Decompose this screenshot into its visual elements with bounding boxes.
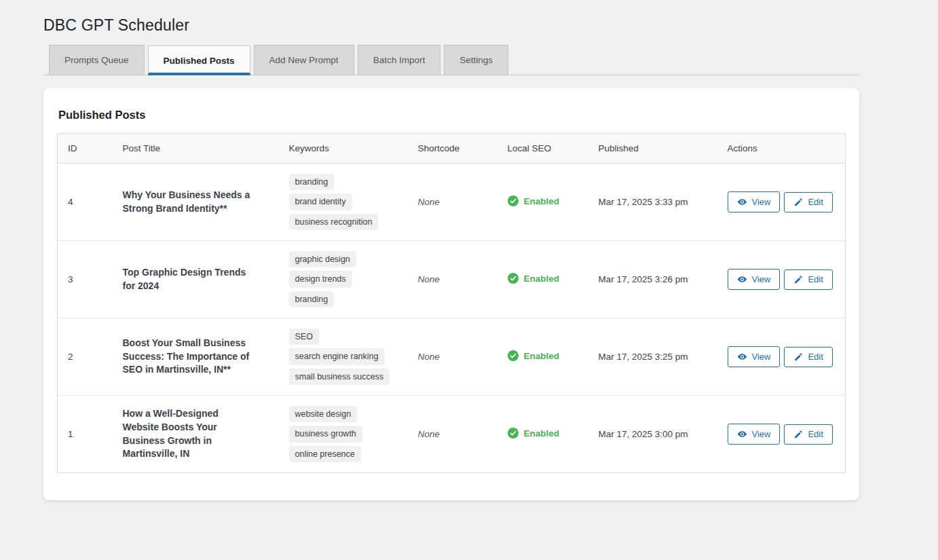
tab-settings[interactable]: Settings [444,45,508,75]
check-circle-icon [508,350,519,361]
table-row: 3 Top Graphic Design Trends for 2024 gra… [58,241,846,318]
table-header: ID Post Title Keywords Shortcode Local S… [58,134,846,164]
post-id: 4 [58,164,113,241]
published-posts-panel: Published Posts ID Post Title Keywords S… [43,88,859,500]
keyword-chip: design trends [289,271,352,288]
published-date: Mar 17, 2025 3:00 pm [599,429,688,439]
local-seo-status: Enabled [508,428,560,438]
pencil-icon [793,198,803,207]
keyword-chip: small business success [289,369,390,386]
eye-icon [737,197,747,207]
keyword-chip: website design [289,406,358,423]
tab-add-new-prompt[interactable]: Add New Prompt [254,45,354,75]
shortcode-value: None [418,429,440,439]
edit-button[interactable]: Edit [784,269,832,290]
keyword-chip: online presence [289,446,361,463]
eye-icon [737,352,747,362]
keyword-list: branding brand identity business recogni… [289,174,401,231]
keyword-list: SEO search engine ranking small business… [289,329,401,386]
edit-button[interactable]: Edit [784,192,832,212]
view-button[interactable]: View [728,269,781,290]
edit-button-label: Edit [808,275,823,284]
column-header-actions: Actions [717,134,846,164]
table-row: 1 How a Well-Designed Website Boosts You… [58,396,846,473]
local-seo-label: Enabled [524,351,560,361]
keyword-chip: search engine ranking [289,348,385,365]
keyword-chip: business growth [289,426,362,443]
column-header-local-seo: Local SEO [498,134,588,164]
panel-heading: Published Posts [58,109,846,122]
keyword-chip: SEO [289,329,319,346]
keyword-chip: brand identity [289,193,352,210]
published-date: Mar 17, 2025 3:33 pm [599,197,688,207]
row-actions: View Edit [728,269,839,290]
pencil-icon [793,352,803,362]
keyword-list: website design business growth online pr… [289,406,401,463]
check-circle-icon [508,195,519,206]
pencil-icon [793,275,803,284]
column-header-published: Published [588,134,717,164]
view-button[interactable]: View [728,424,781,445]
table-row: 2 Boost Your Small Business Success: The… [58,318,846,396]
edit-button-label: Edit [808,198,823,206]
published-date: Mar 17, 2025 3:26 pm [599,274,688,284]
tab-batch-import[interactable]: Batch Import [358,45,441,75]
edit-button[interactable]: Edit [784,347,832,367]
post-id: 3 [58,241,113,318]
shortcode-value: None [418,274,440,284]
local-seo-label: Enabled [524,274,560,284]
view-button[interactable]: View [728,346,781,367]
row-actions: View Edit [728,424,839,445]
row-actions: View Edit [728,191,839,212]
view-button[interactable]: View [728,191,781,212]
post-id: 2 [58,318,113,396]
keyword-chip: business recognition [289,214,379,231]
edit-button-label: Edit [808,430,823,438]
local-seo-status: Enabled [508,350,560,361]
shortcode-value: None [418,352,440,362]
local-seo-label: Enabled [524,428,560,438]
view-button-label: View [752,430,771,438]
local-seo-status: Enabled [508,195,560,206]
edit-button-label: Edit [808,352,823,361]
eye-icon [737,429,747,439]
tab-bar: Prompts Queue Published Posts Add New Pr… [43,45,859,75]
local-seo-status: Enabled [508,273,560,284]
published-posts-table: ID Post Title Keywords Shortcode Local S… [57,133,846,473]
post-title: Why Your Business Needs a Strong Brand I… [123,189,272,216]
post-title: How a Well-Designed Website Boosts Your … [123,407,272,462]
table-row: 4 Why Your Business Needs a Strong Brand… [58,164,846,241]
post-id: 1 [58,396,113,473]
column-header-post-title: Post Title [113,134,279,164]
post-title: Top Graphic Design Trends for 2024 [123,266,272,293]
pencil-icon [793,430,803,439]
page: DBC GPT Scheduler Prompts Queue Publishe… [0,16,938,560]
keyword-chip: graphic design [289,251,356,268]
view-button-label: View [752,198,771,206]
edit-button[interactable]: Edit [784,424,832,445]
view-button-label: View [752,275,771,284]
check-circle-icon [508,428,519,438]
tab-prompts-queue[interactable]: Prompts Queue [49,45,145,75]
post-title: Boost Your Small Business Success: The I… [123,337,272,377]
local-seo-label: Enabled [524,196,560,206]
check-circle-icon [508,273,519,284]
shortcode-value: None [418,197,440,207]
keyword-list: graphic design design trends branding [289,251,401,308]
view-button-label: View [752,352,771,361]
keyword-chip: branding [289,174,335,191]
tab-published-posts[interactable]: Published Posts [148,45,250,75]
row-actions: View Edit [728,346,839,367]
column-header-keywords: Keywords [279,134,408,164]
eye-icon [737,274,747,284]
published-date: Mar 17, 2025 3:25 pm [599,352,688,362]
column-header-id: ID [58,134,113,164]
page-title: DBC GPT Scheduler [43,16,895,35]
keyword-chip: branding [289,291,335,308]
column-header-shortcode: Shortcode [408,134,498,164]
